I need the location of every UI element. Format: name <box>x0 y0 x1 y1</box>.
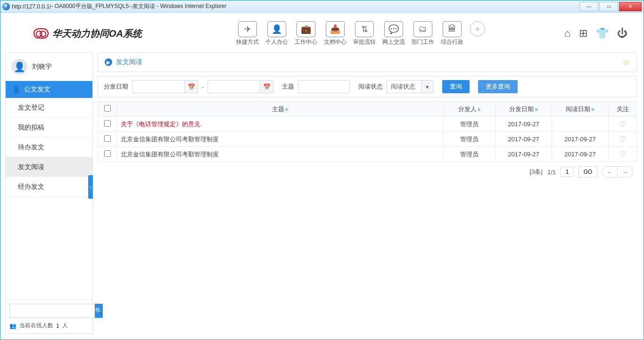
date-from-input[interactable] <box>132 81 184 93</box>
sidebar-item[interactable]: 发文阅读 <box>6 157 92 177</box>
body-wrap: 👤 刘晓宇 👤 公文发文 发文登记我的拟稿待办发文发文阅读经办发文 ‹ 🔍 👥 <box>5 52 637 334</box>
data-table: 主题≡ 分发人≡ 分发日期≡ 阅读日期≡ 关注 关于《电话管理规定》的意见 管理… <box>98 101 637 162</box>
window-buttons: — ▭ ✕ <box>579 2 642 11</box>
sidebar-item[interactable]: 发文登记 <box>6 98 92 118</box>
nav-app-icon: 👤 <box>267 21 286 37</box>
subject-label: 主题 <box>282 82 294 91</box>
nav-app[interactable]: ⇅审批流转 <box>353 21 376 46</box>
heart-icon: ♡ <box>619 150 626 158</box>
nav-app[interactable]: 🗂部门工作 <box>412 21 434 46</box>
star-icon[interactable]: ☆ <box>622 57 630 67</box>
table-row[interactable]: 关于《电话管理规定》的意见 管理员 2017-09-27 ♡ <box>98 117 637 132</box>
query-button[interactable]: 查询 <box>442 80 470 93</box>
col-read-date[interactable]: 阅读日期≡ <box>552 102 609 117</box>
url-text: http://127.0.0.1/ <box>12 3 51 10</box>
nav-app-icon: 🗂 <box>413 21 432 37</box>
row-checkbox[interactable] <box>104 150 111 157</box>
theme-icon[interactable]: 👕 <box>596 27 609 40</box>
pager-page-input[interactable] <box>561 167 574 177</box>
home-icon[interactable]: ⌂ <box>564 27 570 40</box>
sort-icon: ≡ <box>535 106 537 112</box>
cell-sender: 管理员 <box>444 117 495 132</box>
cell-follow[interactable]: ♡ <box>609 147 637 162</box>
status-value: 阅读状态 <box>387 81 421 93</box>
group-icon: 👤 <box>12 86 20 93</box>
minimize-button[interactable]: — <box>579 2 598 11</box>
pager-go-button[interactable]: GO <box>578 166 597 178</box>
date-label: 分发日期 <box>104 82 128 91</box>
header-right: ⌂ ⊞ 👕 ⏻ <box>564 27 632 40</box>
cell-sender: 管理员 <box>444 147 495 162</box>
col-sender[interactable]: 分发人≡ <box>444 102 495 117</box>
col-send-date[interactable]: 分发日期≡ <box>495 102 552 117</box>
menu-group-title[interactable]: 👤 公文发文 <box>6 81 92 98</box>
sidebar-collapse-handle[interactable]: ‹ <box>88 175 93 199</box>
nav-app[interactable]: 💼工作中心 <box>295 21 317 46</box>
col-follow-label: 关注 <box>617 105 629 113</box>
nav-app-label: 个人办公 <box>265 38 288 46</box>
sidebar-search-input[interactable] <box>9 304 95 318</box>
col-subject[interactable]: 主题≡ <box>117 102 444 117</box>
cell-check <box>98 117 117 132</box>
nav-app-label: 工作中心 <box>295 38 317 46</box>
cell-subject[interactable]: 北京金信集团有限公司考勤管理制度 <box>117 147 444 162</box>
table-row[interactable]: 北京金信集团有限公司考勤管理制度 管理员 2017-09-27 2017-09-… <box>98 132 637 147</box>
nav-app[interactable]: 💬网上交流 <box>382 21 405 46</box>
status-select[interactable]: 阅读状态 ▾ <box>387 80 434 93</box>
cell-subject[interactable]: 关于《电话管理规定》的意见 <box>117 117 444 132</box>
cell-read-date <box>552 117 609 132</box>
nav-add-button[interactable]: ＋ <box>470 21 485 46</box>
date-to-input[interactable] <box>208 81 260 93</box>
col-sender-label: 分发人 <box>458 105 477 113</box>
table-row[interactable]: 北京金信集团有限公司考勤管理制度 管理员 2017-09-27 2017-09-… <box>98 147 637 162</box>
calendar-from-icon[interactable]: 📅 <box>184 81 198 93</box>
date-to-wrap: 📅 <box>207 80 273 93</box>
more-query-button[interactable]: 更多查询 <box>478 80 518 93</box>
sidebar-item[interactable]: 我的拟稿 <box>6 118 92 138</box>
window: http://127.0.0.1/ - OA8000平台版_FPLMYSQL5-… <box>0 0 644 340</box>
chevron-down-icon[interactable]: ▾ <box>421 81 433 93</box>
heart-icon: ♡ <box>619 120 626 128</box>
page-title-panel: ▶ 发文阅读 ☆ <box>98 52 637 72</box>
pager: [3条] 1/1 GO ← → <box>98 162 637 179</box>
pager-next-button[interactable]: → <box>618 167 633 177</box>
maximize-button[interactable]: ▭ <box>599 2 618 11</box>
pager-prev-button[interactable]: ← <box>603 167 618 177</box>
online-count: 1 <box>56 323 59 329</box>
col-subject-label: 主题 <box>272 105 284 113</box>
nav-app[interactable]: 🏛综合行政 <box>441 21 463 46</box>
status-label: 阅读状态 <box>358 82 383 91</box>
online-suffix: 人 <box>62 322 68 330</box>
nav-app[interactable]: ✈快捷方式 <box>236 21 259 46</box>
username: 刘晓宇 <box>32 63 52 71</box>
col-check <box>98 102 117 117</box>
logo-mark-icon <box>33 28 49 39</box>
row-checkbox[interactable] <box>104 135 111 142</box>
calendar-to-icon[interactable]: 📅 <box>260 81 273 93</box>
sidebar-item[interactable]: 待办发文 <box>6 138 92 157</box>
check-all[interactable] <box>104 105 111 112</box>
nav-app[interactable]: 📥文档中心 <box>324 21 347 46</box>
sidebar-item[interactable]: 经办发文 <box>6 177 92 197</box>
nav-app-label: 文档中心 <box>324 38 347 46</box>
pager-nav: ← → <box>602 166 633 178</box>
header: 华天动力协同OA系统 ✈快捷方式👤个人办公💼工作中心📥文档中心⇅审批流转💬网上交… <box>29 18 637 49</box>
user-block: 👤 刘晓宇 <box>6 53 92 81</box>
close-button[interactable]: ✕ <box>619 2 642 11</box>
apps-icon[interactable]: ⊞ <box>579 27 587 40</box>
subject-input[interactable] <box>298 80 350 93</box>
title-text: - OA8000平台版_FPLMYSQL5--发文阅读 - Windows In… <box>51 2 579 10</box>
titlebar: http://127.0.0.1/ - OA8000平台版_FPLMYSQL5-… <box>0 0 644 13</box>
nav-app-label: 综合行政 <box>441 38 463 46</box>
row-checkbox[interactable] <box>104 120 111 127</box>
cell-follow[interactable]: ♡ <box>609 132 637 147</box>
table-header-row: 主题≡ 分发人≡ 分发日期≡ 阅读日期≡ 关注 <box>98 102 637 117</box>
col-send-date-label: 分发日期 <box>509 105 534 113</box>
nav-app[interactable]: 👤个人办公 <box>265 21 288 46</box>
cell-follow[interactable]: ♡ <box>609 117 637 132</box>
sort-icon: ≡ <box>285 106 288 112</box>
cell-send-date: 2017-09-27 <box>495 117 552 132</box>
power-icon[interactable]: ⏻ <box>617 27 627 40</box>
cell-subject[interactable]: 北京金信集团有限公司考勤管理制度 <box>117 132 444 147</box>
sidebar-search-button[interactable]: 🔍 <box>95 304 103 318</box>
